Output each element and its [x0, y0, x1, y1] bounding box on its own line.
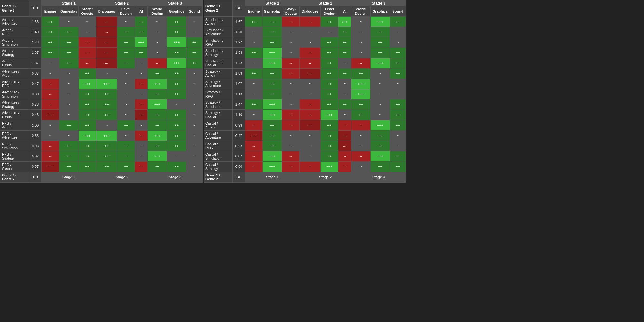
data-cell: ~: [59, 89, 79, 99]
td-cell: 1.73: [29, 37, 42, 48]
data-cell: ~: [59, 79, 79, 89]
data-cell: ~: [117, 79, 135, 89]
genre-cell: Action /Adventure: [0, 16, 29, 27]
data-cell: ~: [282, 130, 300, 141]
data-cell: ++: [371, 130, 390, 141]
data-cell: ++: [59, 58, 79, 68]
data-cell: ++: [117, 27, 135, 37]
data-cell: ~: [135, 151, 148, 162]
data-cell: +++: [148, 151, 167, 162]
data-cell: +++: [371, 58, 390, 68]
data-cell: ++: [321, 151, 338, 162]
data-cell: ++: [321, 58, 338, 68]
genre-cell: Action /Simulation: [0, 37, 29, 48]
td-cell: 0.53: [29, 130, 42, 141]
col-gameplay-header: Gameplay: [59, 6, 79, 16]
data-cell: ++: [390, 16, 406, 27]
data-cell: ++: [245, 68, 263, 79]
data-cell: ++: [263, 16, 282, 27]
data-cell: ++: [321, 68, 338, 79]
genre-cell: Simulation /Strategy: [204, 48, 233, 58]
data-cell: ++: [167, 89, 186, 99]
data-cell: ++: [186, 48, 203, 58]
data-cell: ~: [245, 37, 263, 48]
data-cell: ++: [167, 110, 186, 120]
data-cell: --: [42, 99, 59, 110]
td-cell: 0.57: [29, 162, 42, 172]
data-cell: ++: [390, 58, 406, 68]
data-cell: ++: [148, 110, 167, 120]
right-col-sound-header: Sound: [390, 6, 406, 16]
genre-cell: Strategy /RPG: [204, 89, 233, 99]
td-cell: 0.47: [233, 130, 245, 141]
data-cell: ~: [186, 99, 203, 110]
data-cell: ~: [371, 68, 390, 79]
data-cell: ++: [263, 89, 282, 99]
data-cell: --: [79, 48, 96, 58]
data-cell: ++: [117, 120, 135, 130]
data-cell: +++: [263, 99, 282, 110]
data-cell: ++: [148, 120, 167, 130]
data-cell: +++: [263, 58, 282, 68]
right-footer-td: T/D: [233, 172, 245, 182]
data-cell: ++: [96, 151, 117, 162]
data-cell: ++: [245, 48, 263, 58]
data-cell: --: [135, 79, 148, 89]
data-cell: ++: [351, 110, 371, 120]
data-cell: --: [282, 162, 300, 172]
data-cell: --: [245, 151, 263, 162]
data-cell: ++: [321, 37, 338, 48]
col-engine-header: Engine: [42, 6, 59, 16]
td-cell: 0.87: [233, 151, 245, 162]
right-col-ai-header: AI: [338, 6, 351, 16]
data-cell: ++: [338, 27, 351, 37]
td-cell: 1.47: [233, 99, 245, 110]
data-cell: --: [135, 99, 148, 110]
right-header-td: T/D: [233, 0, 245, 17]
data-cell: ++: [390, 120, 406, 130]
genre-cell: Casual /Simulation: [204, 151, 233, 162]
data-cell: ++: [263, 130, 282, 141]
data-cell: ++: [338, 99, 351, 110]
data-cell: ++: [371, 141, 390, 151]
data-cell: ++: [96, 162, 117, 172]
data-cell: ~: [300, 27, 321, 37]
data-cell: --: [245, 141, 263, 151]
data-cell: ++: [79, 151, 96, 162]
genre-cell: Casual /Adventure: [204, 130, 233, 141]
data-cell: ~: [245, 89, 263, 99]
data-cell: ~: [42, 68, 59, 79]
data-cell: ~: [300, 130, 321, 141]
data-cell: ---: [135, 110, 148, 120]
data-cell: ~: [148, 16, 167, 27]
data-cell: +++: [263, 151, 282, 162]
left-header-td: T/D: [29, 0, 42, 17]
data-cell: ++: [321, 99, 338, 110]
data-cell: ---: [42, 162, 59, 172]
data-cell: ~: [351, 27, 371, 37]
data-cell: +++: [135, 37, 148, 48]
data-cell: ~: [117, 68, 135, 79]
right-header-genre: Genre 1 /Genre 2: [204, 0, 233, 17]
data-cell: ~: [371, 110, 390, 120]
data-cell: ++: [390, 110, 406, 120]
data-cell: ~: [117, 16, 135, 27]
genre-cell: RPG /Strategy: [0, 151, 29, 162]
data-cell: ~: [42, 130, 59, 141]
left-footer-stage3: Stage 3: [148, 172, 203, 182]
data-cell: --: [300, 99, 321, 110]
data-cell: ++: [167, 141, 186, 151]
td-cell: 0.73: [29, 99, 42, 110]
left-footer-genre: Genre 1 /Genre 2: [0, 172, 29, 182]
data-cell: --: [300, 162, 321, 172]
data-cell: ~: [186, 151, 203, 162]
data-cell: ++: [79, 162, 96, 172]
data-cell: ++: [79, 89, 96, 99]
data-cell: +++: [371, 16, 390, 27]
data-cell: ~: [79, 27, 96, 37]
data-cell: ~: [59, 16, 79, 27]
data-cell: ~: [186, 79, 203, 89]
data-cell: --: [96, 27, 117, 37]
data-cell: ---: [96, 37, 117, 48]
data-cell: --: [282, 110, 300, 120]
